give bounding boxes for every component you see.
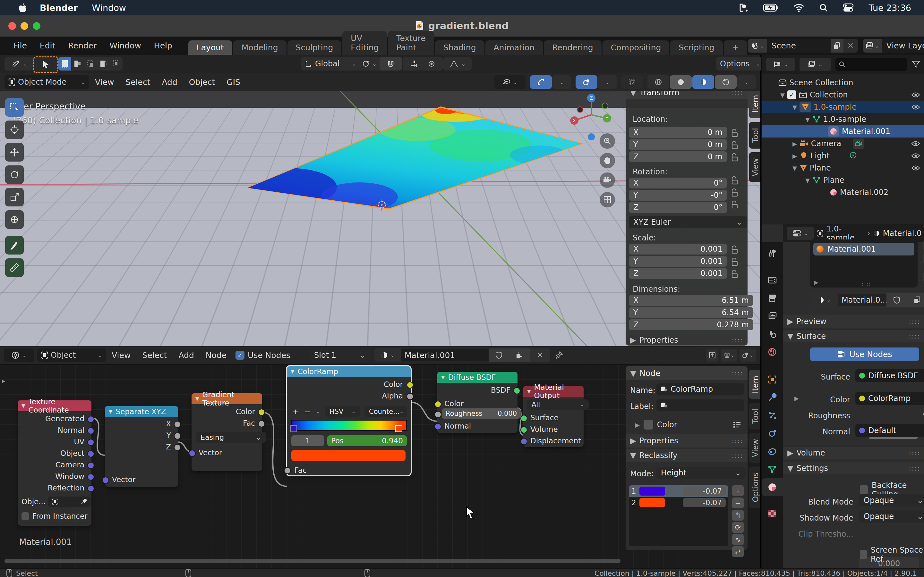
- ramp-specials-dropdown[interactable]: ⌄: [316, 408, 320, 415]
- outliner-row-plane-mesh[interactable]: ▼ Plane: [762, 174, 924, 186]
- add-stop-button[interactable]: ＋: [291, 406, 300, 417]
- stop-position-slider[interactable]: Pos0.940: [327, 435, 407, 446]
- outliner-row-light[interactable]: ▶ Light: [762, 150, 924, 162]
- node-separate-xyz[interactable]: ▼Separate XYZ X Y Z Vector: [105, 406, 178, 487]
- socket-generated[interactable]: [87, 416, 94, 423]
- node-gradient-texture[interactable]: ▼Gradient Texture Color Fac Easing⌄ Vect…: [192, 393, 262, 471]
- rotation-x-field[interactable]: X0°: [629, 177, 727, 189]
- menu-edit[interactable]: Edit: [33, 41, 61, 50]
- outliner-row-material-002[interactable]: Material.002: [762, 186, 924, 198]
- workspace-tab-rendering[interactable]: Rendering: [544, 40, 602, 55]
- node-diffuse-bsdf[interactable]: ▼Diffuse BSDF BSDF Color Roughness0.000 …: [437, 372, 517, 433]
- slot-list-resize[interactable]: ▶: [814, 279, 819, 285]
- class-color-2[interactable]: [640, 498, 665, 507]
- eyedropper-icon[interactable]: [81, 499, 87, 504]
- expand-icon[interactable]: ▶: [792, 140, 797, 147]
- hide-eye-icon[interactable]: [911, 141, 920, 147]
- tab-render[interactable]: [762, 271, 783, 289]
- tab-object[interactable]: [762, 371, 783, 388]
- tool-annotate[interactable]: [5, 236, 24, 255]
- color-presets-icon[interactable]: [733, 421, 741, 429]
- screen-record-icon[interactable]: [739, 3, 748, 13]
- viewport-menu-object[interactable]: Object: [183, 77, 221, 87]
- socket-color-out[interactable]: [258, 409, 265, 416]
- socket-roughness-in[interactable]: [435, 411, 441, 418]
- normal-input-field[interactable]: Default: [855, 424, 924, 437]
- expand-icon[interactable]: ▼: [805, 177, 810, 184]
- socket-normal-in[interactable]: [435, 423, 441, 430]
- scene-unlink-button[interactable]: ✕: [843, 39, 858, 53]
- shading-dropdown[interactable]: ⌄: [737, 75, 756, 89]
- reclassify-panel-header[interactable]: ▼Reclassify::::: [626, 449, 748, 462]
- pivot-point-dropdown[interactable]: ⌄: [355, 57, 383, 71]
- color-input-field[interactable]: ColorRamp: [855, 392, 924, 405]
- socket-volume-in[interactable]: [520, 426, 527, 434]
- dimensions-y-field[interactable]: Y6.54 m: [629, 307, 753, 318]
- outliner-editor-type-button[interactable]: ⌄: [766, 58, 795, 71]
- socket-normal[interactable]: [87, 427, 94, 434]
- location-z-field[interactable]: Z0 m: [629, 151, 727, 162]
- rotation-mode-dropdown[interactable]: XYZ Euler⌄: [629, 216, 747, 228]
- hide-eye-icon[interactable]: [911, 92, 920, 98]
- outliner-row-material-001[interactable]: Material.001: [762, 125, 924, 137]
- material-name-field-node[interactable]: Material.001: [401, 350, 489, 361]
- expand-icon[interactable]: ▼: [805, 116, 810, 123]
- node-colorramp[interactable]: ▼ColorRamp Color Alpha ＋ − ⌄ HSV⌄ Counte…: [287, 366, 411, 475]
- socket-camera[interactable]: [87, 462, 94, 469]
- gizmos-toggle[interactable]: [530, 75, 552, 89]
- editor-type-button[interactable]: ⌄: [5, 57, 35, 71]
- tab-options-node[interactable]: Options: [749, 467, 760, 508]
- node-menu-view[interactable]: View: [106, 351, 136, 360]
- node-panel-header[interactable]: ▼Node::::: [626, 366, 748, 380]
- pin-icon[interactable]: [556, 351, 563, 359]
- workspace-tab-texturepaint[interactable]: Texture Paint: [388, 31, 434, 55]
- material-name-field[interactable]: Material.0...: [838, 294, 887, 306]
- outliner-row-sample-object[interactable]: ▼ 1.0-sample: [762, 101, 924, 113]
- goto-parent-node-button[interactable]: [706, 349, 718, 362]
- reclassify-row-1[interactable]: 1 -0.07: [629, 485, 728, 497]
- expand-icon[interactable]: ▼: [792, 104, 797, 111]
- reclassify-row-2[interactable]: 2 -0.07: [629, 497, 728, 508]
- select-mode-set[interactable]: [58, 57, 71, 71]
- viewlayer-selector[interactable]: ⌄ View Layer ✕: [863, 39, 924, 53]
- colorramp-gradient-bar[interactable]: [291, 420, 407, 431]
- select-mode-group[interactable]: [58, 57, 123, 71]
- tab-tool-props[interactable]: [762, 244, 783, 262]
- tab-output[interactable]: [762, 289, 783, 307]
- slot-dropdown[interactable]: Slot 1⌄: [310, 349, 370, 362]
- socket-x[interactable]: [174, 421, 181, 428]
- surface-panel-header[interactable]: ▼Surface::::: [783, 330, 924, 342]
- tab-item-node[interactable]: Item: [749, 370, 760, 399]
- falloff-curve-dropdown[interactable]: ⌄: [443, 57, 472, 71]
- copy-material-button[interactable]: [509, 348, 530, 362]
- node-texture-coordinate[interactable]: ▼Texture Coordinate Generated Normal UV …: [18, 400, 91, 526]
- menubar-app-name[interactable]: Blender: [40, 3, 78, 13]
- material-slot-list[interactable]: Material.001 ▶ ::::: [810, 239, 918, 287]
- material-slot-row[interactable]: Material.001: [813, 243, 914, 255]
- copy-material-button[interactable]: [907, 293, 924, 307]
- shader-editor-type-button[interactable]: ⌄: [4, 348, 34, 362]
- shading-wireframe-button[interactable]: [648, 75, 669, 89]
- snap-magnet-icon[interactable]: [380, 57, 402, 71]
- stop-index-field[interactable]: 1: [291, 435, 324, 446]
- tool-cursor[interactable]: [5, 121, 24, 139]
- region-expand-arrow[interactable]: ▸: [2, 377, 5, 385]
- node-snap-group[interactable]: ⌄: [721, 349, 737, 362]
- outliner-row-camera[interactable]: ▶ Camera: [762, 137, 924, 150]
- overlays-toggle[interactable]: [575, 75, 598, 89]
- shader-editor[interactable]: ⌄ Object⌄ View Select Add Node ✓ Use Nod…: [0, 346, 760, 568]
- tab-material[interactable]: [762, 478, 783, 496]
- rotation-z-field[interactable]: Z0°: [629, 202, 727, 213]
- collection-checkbox[interactable]: ✓: [787, 90, 796, 99]
- socket-uv[interactable]: [87, 439, 94, 446]
- socket-color-out[interactable]: [407, 382, 414, 388]
- hide-eye-icon[interactable]: [911, 153, 920, 159]
- tool-select-box[interactable]: [5, 98, 24, 117]
- workspace-tab-uvediting[interactable]: UV Editing: [342, 31, 387, 55]
- sort-classes-button[interactable]: ∿: [732, 534, 744, 545]
- fake-user-shield-button[interactable]: [489, 348, 509, 362]
- rotation-y-field[interactable]: Y-0°: [629, 190, 727, 201]
- socket-vector-in[interactable]: [102, 477, 109, 484]
- socket-window[interactable]: [87, 474, 94, 480]
- volume-panel-header[interactable]: ▶Volume::::: [783, 446, 924, 459]
